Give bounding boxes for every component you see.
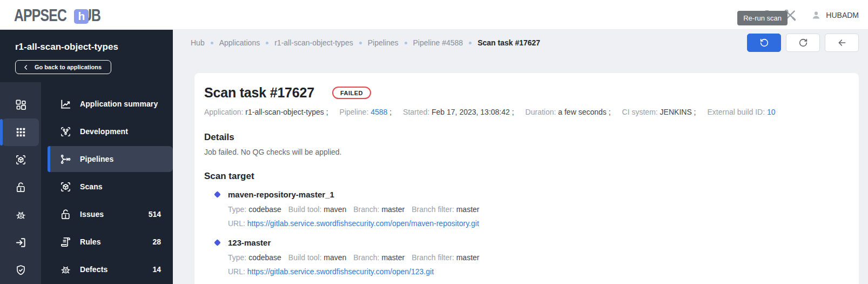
username: HUBADM bbox=[826, 11, 859, 19]
logo-h-icon: h bbox=[74, 9, 89, 24]
lock-alert-icon bbox=[15, 181, 27, 194]
pipeline-icon bbox=[59, 153, 72, 166]
scan-target-item: 123-masterType: codebaseBuild tool: mave… bbox=[204, 238, 846, 276]
sidebar-menu: Application summaryDevelopmentPipelinesS… bbox=[41, 82, 173, 284]
meta-ci-system-: CI system: JENKINS ; bbox=[622, 108, 696, 116]
meta-separator: ; bbox=[510, 108, 514, 116]
meta-value: JENKINS bbox=[660, 108, 692, 116]
target-url-row: URL: https://gitlab.service.swordfishsec… bbox=[228, 267, 846, 276]
sidebar-item-label: Issues bbox=[80, 210, 104, 219]
meta-label: External build ID: bbox=[708, 108, 765, 116]
meta-value[interactable]: 4588 bbox=[371, 108, 387, 116]
rail-item-dashboard[interactable] bbox=[0, 91, 41, 118]
status-badge: FAILED bbox=[332, 87, 371, 99]
bug-icon bbox=[15, 209, 27, 221]
breadcrumb: HubApplicationsr1-all-scan-object-typesP… bbox=[173, 30, 868, 56]
target-attr: Build tool: maven bbox=[288, 205, 346, 214]
meta-label: Duration: bbox=[526, 108, 556, 116]
target-attr: Branch: master bbox=[353, 205, 405, 214]
meta-duration-: Duration: a few seconds ; bbox=[526, 108, 611, 116]
meta-label: Started: bbox=[403, 108, 429, 116]
rail-item-shield-check[interactable] bbox=[0, 256, 41, 284]
breadcrumb-item[interactable]: r1-all-scan-object-types bbox=[274, 38, 353, 47]
target-url-link[interactable]: https://gitlab.service.swordfishsecurity… bbox=[247, 219, 479, 228]
logo-text-left: APPSEC bbox=[14, 6, 66, 25]
meta-value: r1-all-scan-object-types bbox=[245, 108, 324, 116]
sidebar-item-issues[interactable]: Issues514 bbox=[48, 201, 173, 227]
target-attr: Build tool: maven bbox=[288, 253, 346, 262]
rerun-scan-tooltip: Re-run scan bbox=[737, 11, 788, 25]
rail-item-exit[interactable] bbox=[0, 229, 41, 256]
refresh-cw-button[interactable] bbox=[786, 34, 820, 52]
arrow-left-button[interactable] bbox=[825, 34, 859, 52]
rotate-ccw-button[interactable] bbox=[747, 34, 781, 52]
meta-label: Pipeline: bbox=[340, 108, 369, 116]
url-label: URL: bbox=[228, 267, 245, 276]
target-attr: Branch filter: master bbox=[412, 205, 479, 214]
details-text: Job failed. No QG checks will be applied… bbox=[204, 148, 846, 156]
rail-item-apps-grid[interactable] bbox=[2, 118, 39, 146]
exit-icon bbox=[15, 236, 27, 249]
sidebar-item-label: Development bbox=[80, 127, 128, 136]
meta-value[interactable]: 10 bbox=[767, 108, 776, 116]
breadcrumb-separator-dot bbox=[469, 42, 472, 44]
scan-task-card: Scan task #17627 FAILED Application: r1-… bbox=[194, 73, 859, 284]
meta-value: Feb 17, 2023, 13:08:42 bbox=[432, 108, 510, 116]
target-attr: Branch: master bbox=[353, 253, 405, 262]
page-title: Scan task #17627 bbox=[204, 85, 314, 101]
breadcrumb-separator-dot bbox=[359, 42, 362, 44]
breadcrumb-separator-dot bbox=[266, 42, 268, 44]
breadcrumb-item[interactable]: Pipelines bbox=[368, 38, 399, 47]
target-name: maven-repository-master_1 bbox=[228, 190, 334, 199]
top-bar: APPSEC h UB HUBADM Re-run scan bbox=[0, 0, 868, 30]
go-back-to-applications-button[interactable]: Go back to applications bbox=[15, 60, 111, 74]
icon-rail bbox=[0, 82, 41, 284]
sidebar-item-defects[interactable]: Defects14 bbox=[48, 256, 173, 282]
rotate-ccw-icon bbox=[759, 38, 769, 48]
meta-value: a few seconds bbox=[558, 108, 607, 116]
arrow-left-icon bbox=[837, 38, 847, 48]
url-label: URL: bbox=[228, 219, 245, 228]
sidebar-item-label: Defects bbox=[80, 265, 107, 274]
sidebar-item-label: Scans bbox=[80, 182, 103, 191]
target-attributes: Type: codebaseBuild tool: mavenBranch: m… bbox=[228, 253, 846, 262]
target-attr: Type: codebase bbox=[228, 253, 281, 262]
meta-label: Application: bbox=[204, 108, 243, 116]
diamond-bullet-icon bbox=[214, 191, 221, 198]
back-button-label: Go back to applications bbox=[35, 64, 102, 70]
chevron-left-icon bbox=[23, 64, 29, 70]
breadcrumb-item[interactable]: Hub bbox=[191, 38, 205, 47]
target-url-link[interactable]: https://gitlab.service.swordfishsecurity… bbox=[247, 267, 434, 276]
sidebar-item-label: Rules bbox=[80, 237, 101, 246]
content-area: HubApplicationsr1-all-scan-object-typesP… bbox=[173, 30, 868, 284]
dashboard-icon bbox=[15, 98, 27, 111]
scan-meta: Application: r1-all-scan-object-types ;P… bbox=[204, 107, 846, 117]
dev-icon bbox=[59, 126, 72, 138]
cube-scan-icon bbox=[15, 154, 27, 166]
sidebar: r1-all-scan-object-types Go back to appl… bbox=[0, 30, 173, 284]
sidebar-item-development[interactable]: Development bbox=[48, 118, 173, 144]
breadcrumb-current: Scan task #17627 bbox=[477, 38, 540, 47]
meta-external-build-id-: External build ID: 10 bbox=[708, 108, 776, 116]
sidebar-item-scans[interactable]: Scans bbox=[48, 174, 173, 200]
rail-item-bug[interactable] bbox=[0, 201, 41, 229]
appsechub-logo[interactable]: APPSEC h UB bbox=[14, 6, 105, 25]
breadcrumb-separator-dot bbox=[405, 42, 407, 44]
shield-check-icon bbox=[15, 264, 27, 276]
user-menu[interactable]: HUBADM bbox=[811, 10, 859, 21]
sidebar-item-label: Pipelines bbox=[80, 155, 113, 163]
target-attr: Branch filter: master bbox=[412, 253, 479, 262]
sidebar-item-pipelines[interactable]: Pipelines bbox=[48, 146, 173, 172]
sidebar-header: r1-all-scan-object-types Go back to appl… bbox=[0, 30, 173, 82]
scan-target-item: maven-repository-master_1Type: codebaseB… bbox=[204, 190, 846, 228]
sidebar-item-badge: 14 bbox=[152, 265, 161, 274]
breadcrumb-item[interactable]: Applications bbox=[219, 38, 260, 47]
rail-item-cube-scan[interactable] bbox=[0, 146, 41, 174]
breadcrumb-item[interactable]: Pipeline #4588 bbox=[413, 38, 463, 47]
rail-item-lock-alert[interactable] bbox=[0, 174, 41, 201]
target-attributes: Type: codebaseBuild tool: mavenBranch: m… bbox=[228, 205, 846, 214]
sidebar-item-application-summary[interactable]: Application summary bbox=[48, 91, 173, 117]
scan-target-heading: Scan target bbox=[204, 171, 846, 182]
sidebar-item-badge: 28 bbox=[152, 237, 161, 246]
sidebar-item-rules[interactable]: Rules28 bbox=[48, 229, 173, 255]
